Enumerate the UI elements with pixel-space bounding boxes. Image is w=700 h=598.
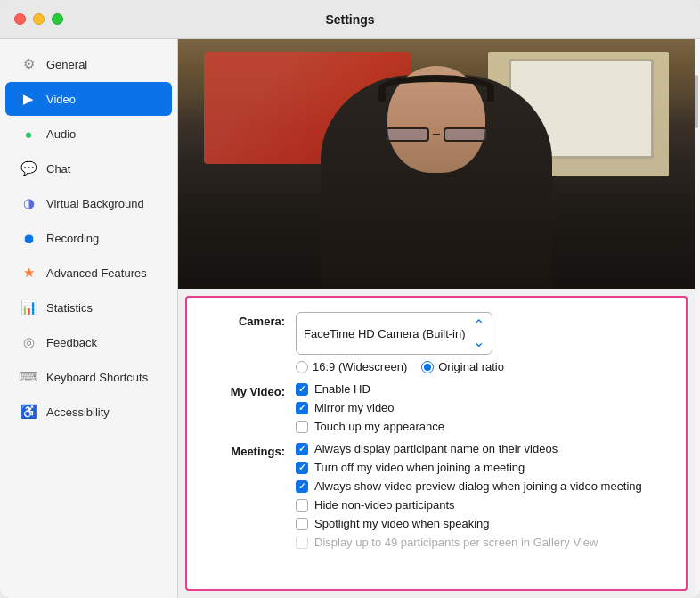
window-title: Settings	[325, 12, 374, 27]
hide-non-video-label: Hide non-video participants	[314, 498, 455, 512]
sidebar-item-statistics[interactable]: 📊Statistics	[5, 291, 172, 324]
traffic-lights	[14, 13, 63, 25]
dropdown-arrow-icon: ⌃⌄	[473, 316, 484, 350]
sidebar-label-virtual-background: Virtual Background	[46, 197, 144, 210]
sidebar-label-chat: Chat	[46, 162, 70, 176]
turn-off-video-row[interactable]: Turn off my video when joining a meeting	[296, 461, 668, 474]
general-icon: ⚙	[20, 55, 37, 73]
hide-non-video-row[interactable]: Hide non-video participants	[296, 498, 668, 512]
enable-hd-row[interactable]: Enable HD	[296, 382, 668, 396]
spotlight-label: Spotlight my video when speaking	[314, 517, 490, 530]
camera-image	[178, 39, 695, 289]
ratio-original-radio[interactable]	[421, 361, 434, 373]
scrollbar[interactable]	[695, 39, 700, 598]
camera-row: Camera: FaceTime HD Camera (Built-in) ⌃⌄	[205, 312, 668, 373]
spotlight-row[interactable]: Spotlight my video when speaking	[296, 517, 668, 530]
show-preview-row[interactable]: Always show video preview dialog when jo…	[296, 479, 668, 493]
gallery-49-checkbox[interactable]	[296, 537, 308, 549]
meetings-label: Meetings:	[205, 442, 285, 458]
accessibility-icon: ♿	[20, 403, 37, 421]
sidebar-item-advanced-features[interactable]: ★Advanced Features	[5, 256, 172, 290]
sidebar-label-recording: Recording	[46, 232, 99, 245]
main-area: Camera: FaceTime HD Camera (Built-in) ⌃⌄	[178, 39, 695, 598]
hide-non-video-checkbox[interactable]	[296, 499, 308, 512]
ratio-widescreen-label: 16:9 (Widescreen)	[313, 360, 407, 373]
titlebar: Settings	[0, 0, 700, 39]
sidebar-label-feedback: Feedback	[46, 336, 97, 349]
my-video-row: My Video: Enable HD Mirror my video T	[205, 382, 668, 433]
ratio-widescreen[interactable]: 16:9 (Widescreen)	[296, 360, 407, 373]
sidebar: ⚙General▶Video●Audio💬Chat◑Virtual Backgr…	[0, 39, 178, 598]
close-button[interactable]	[14, 13, 26, 25]
display-name-row[interactable]: Always display participant name on their…	[296, 442, 668, 455]
touch-up-row[interactable]: Touch up my appearance	[296, 420, 668, 433]
show-preview-label: Always show video preview dialog when jo…	[314, 479, 642, 493]
touch-up-checkbox[interactable]	[296, 421, 308, 433]
meetings-controls: Always display participant name on their…	[296, 442, 668, 549]
audio-icon: ●	[20, 125, 37, 143]
sidebar-item-audio[interactable]: ●Audio	[5, 117, 172, 151]
camera-value: FaceTime HD Camera (Built-in)	[304, 327, 466, 340]
ratio-original-label: Original ratio	[438, 360, 504, 373]
chat-icon: 💬	[20, 160, 37, 177]
sidebar-label-statistics: Statistics	[46, 301, 93, 315]
turn-off-video-checkbox[interactable]	[296, 462, 308, 474]
spotlight-checkbox[interactable]	[296, 518, 308, 530]
meetings-row: Meetings: Always display participant nam…	[205, 442, 668, 549]
sidebar-label-keyboard-shortcuts: Keyboard Shortcuts	[46, 371, 148, 384]
sidebar-item-keyboard-shortcuts[interactable]: ⌨Keyboard Shortcuts	[5, 360, 172, 394]
mirror-video-checkbox[interactable]	[296, 402, 308, 414]
display-name-label: Always display participant name on their…	[314, 442, 558, 455]
content-area: ⚙General▶Video●Audio💬Chat◑Virtual Backgr…	[0, 39, 700, 598]
mirror-video-label: Mirror my video	[314, 401, 395, 414]
sidebar-item-general[interactable]: ⚙General	[5, 47, 172, 81]
ratio-original[interactable]: Original ratio	[421, 360, 504, 373]
sidebar-label-video: Video	[46, 93, 76, 106]
sidebar-label-general: General	[46, 58, 87, 71]
settings-panel: Camera: FaceTime HD Camera (Built-in) ⌃⌄	[185, 296, 688, 591]
sidebar-label-audio: Audio	[46, 127, 76, 141]
feedback-icon: ◎	[20, 333, 37, 351]
display-name-checkbox[interactable]	[296, 443, 308, 455]
advanced-features-icon: ★	[20, 264, 37, 282]
video-icon: ▶	[20, 90, 37, 108]
sidebar-item-feedback[interactable]: ◎Feedback	[5, 325, 172, 359]
my-video-controls: Enable HD Mirror my video Touch up my ap…	[296, 382, 668, 433]
scrollbar-thumb[interactable]	[695, 75, 698, 128]
recording-icon: ⏺	[20, 229, 37, 247]
sidebar-item-chat[interactable]: 💬Chat	[5, 152, 172, 185]
turn-off-video-label: Turn off my video when joining a meeting	[314, 461, 525, 474]
maximize-button[interactable]	[52, 13, 63, 25]
sidebar-item-accessibility[interactable]: ♿Accessibility	[5, 395, 172, 429]
sidebar-item-video[interactable]: ▶Video	[5, 82, 172, 116]
sidebar-item-recording[interactable]: ⏺Recording	[5, 221, 172, 255]
sidebar-item-virtual-background[interactable]: ◑Virtual Background	[5, 186, 172, 220]
camera-controls: FaceTime HD Camera (Built-in) ⌃⌄ 16:9 (W…	[296, 312, 668, 373]
camera-preview	[178, 39, 695, 289]
camera-select-row: FaceTime HD Camera (Built-in) ⌃⌄	[296, 312, 668, 355]
statistics-icon: 📊	[20, 299, 37, 316]
ratio-widescreen-radio[interactable]	[296, 361, 308, 373]
camera-dropdown[interactable]: FaceTime HD Camera (Built-in) ⌃⌄	[296, 312, 492, 355]
my-video-label: My Video:	[205, 382, 285, 398]
camera-label: Camera:	[205, 312, 285, 328]
keyboard-shortcuts-icon: ⌨	[20, 368, 37, 386]
settings-window: Settings ⚙General▶Video●Audio💬Chat◑Virtu…	[0, 0, 700, 598]
enable-hd-checkbox[interactable]	[296, 383, 308, 396]
ratio-row: 16:9 (Widescreen) Original ratio	[296, 360, 668, 373]
minimize-button[interactable]	[33, 13, 45, 25]
sidebar-label-accessibility: Accessibility	[46, 405, 110, 419]
mirror-video-row[interactable]: Mirror my video	[296, 401, 668, 414]
virtual-background-icon: ◑	[20, 194, 37, 212]
sidebar-label-advanced-features: Advanced Features	[46, 266, 147, 280]
show-preview-checkbox[interactable]	[296, 480, 308, 493]
gallery-49-label: Display up to 49 participants per screen…	[314, 536, 598, 549]
gallery-49-row[interactable]: Display up to 49 participants per screen…	[296, 536, 668, 549]
touch-up-label: Touch up my appearance	[314, 420, 444, 433]
enable-hd-label: Enable HD	[314, 382, 370, 396]
